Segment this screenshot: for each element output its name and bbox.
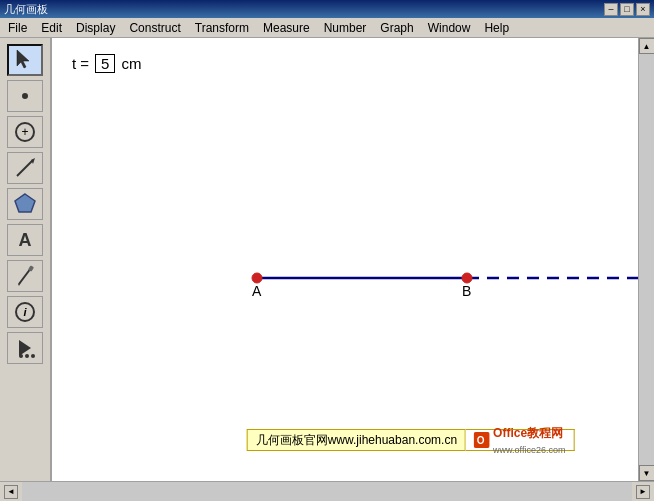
right-scrollbar: ▲ ▼ xyxy=(638,38,654,481)
geometry-canvas: A B B′ xyxy=(52,38,638,481)
svg-text:O: O xyxy=(477,435,485,446)
scroll-track-vertical[interactable] xyxy=(639,54,654,465)
scroll-right-button[interactable]: ► xyxy=(636,485,650,499)
svg-point-9 xyxy=(19,354,23,358)
compass-tool[interactable] xyxy=(7,116,43,148)
watermark-right-text: O Office教程网 www.office26.com xyxy=(466,429,574,451)
scroll-left-button[interactable]: ◄ xyxy=(4,485,18,499)
pen-tool[interactable] xyxy=(7,260,43,292)
point-A[interactable] xyxy=(252,273,262,283)
canvas-area[interactable]: t = 5 cm A B B′ 几何画板官网www.jihehuaban.com… xyxy=(52,38,638,481)
svg-marker-0 xyxy=(17,50,29,68)
menu-graph[interactable]: Graph xyxy=(374,19,419,37)
svg-marker-3 xyxy=(31,158,35,164)
watermark: 几何画板官网www.jihehuaban.com.cn O Office教程网 … xyxy=(247,429,575,451)
polygon-tool[interactable] xyxy=(7,188,43,220)
svg-marker-4 xyxy=(15,194,35,212)
info-tool[interactable]: i xyxy=(7,296,43,328)
watermark-right-label: Office教程网 www.office26.com xyxy=(493,425,565,456)
info-icon: i xyxy=(15,302,35,322)
scroll-track-horizontal[interactable] xyxy=(22,482,632,501)
menu-measure[interactable]: Measure xyxy=(257,19,316,37)
svg-line-5 xyxy=(19,268,31,284)
minimize-button[interactable]: – xyxy=(604,3,618,16)
scroll-down-button[interactable]: ▼ xyxy=(639,465,655,481)
point-B[interactable] xyxy=(462,273,472,283)
pen-icon xyxy=(13,264,37,288)
svg-marker-8 xyxy=(19,340,31,356)
main-container: A i t = 5 xyxy=(0,38,654,481)
menu-edit[interactable]: Edit xyxy=(35,19,68,37)
animate-tool[interactable] xyxy=(7,332,43,364)
text-tool[interactable]: A xyxy=(7,224,43,256)
arrow-icon xyxy=(13,48,37,72)
arrow-tool[interactable] xyxy=(7,44,43,76)
menu-transform[interactable]: Transform xyxy=(189,19,255,37)
polygon-icon xyxy=(13,192,37,216)
label-B: B xyxy=(462,283,471,299)
point-tool[interactable] xyxy=(7,80,43,112)
title-bar-text: 几何画板 xyxy=(4,2,48,17)
menu-number[interactable]: Number xyxy=(318,19,373,37)
svg-point-10 xyxy=(25,354,29,358)
watermark-left-text: 几何画板官网www.jihehuaban.com.cn xyxy=(247,429,466,451)
menu-display[interactable]: Display xyxy=(70,19,121,37)
scroll-up-button[interactable]: ▲ xyxy=(639,38,655,54)
menu-help[interactable]: Help xyxy=(478,19,515,37)
title-bar: 几何画板 – □ × xyxy=(0,0,654,18)
menu-window[interactable]: Window xyxy=(422,19,477,37)
compass-icon xyxy=(15,122,35,142)
svg-point-11 xyxy=(31,354,35,358)
line-tool[interactable] xyxy=(7,152,43,184)
bottom-bar: ◄ ► xyxy=(0,481,654,501)
label-A: A xyxy=(252,283,262,299)
svg-line-2 xyxy=(17,160,33,176)
menu-file[interactable]: File xyxy=(2,19,33,37)
line-icon xyxy=(13,156,37,180)
menu-construct[interactable]: Construct xyxy=(123,19,186,37)
dot-icon xyxy=(22,93,28,99)
toolbar: A i xyxy=(0,38,52,481)
animate-icon xyxy=(13,336,37,360)
title-bar-controls: – □ × xyxy=(604,3,650,16)
menu-bar: File Edit Display Construct Transform Me… xyxy=(0,18,654,38)
office-logo-icon: O xyxy=(474,432,490,448)
maximize-button[interactable]: □ xyxy=(620,3,634,16)
text-icon: A xyxy=(19,230,32,251)
svg-marker-1 xyxy=(29,61,31,66)
close-button[interactable]: × xyxy=(636,3,650,16)
